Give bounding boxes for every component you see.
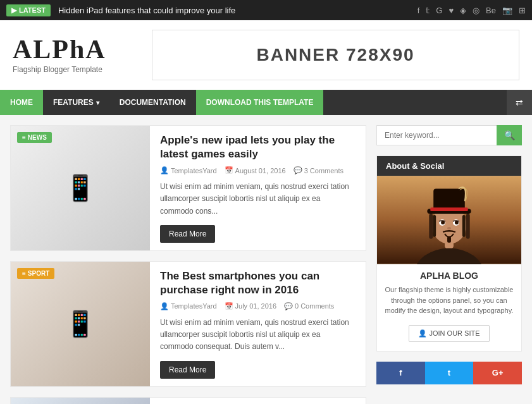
category-label: SPORT (28, 270, 49, 277)
random-icon: ⇄ (516, 97, 523, 107)
comment-icon: 💬 (284, 302, 293, 310)
logo-area: ALPhA Flagship Blogger Template (13, 36, 139, 74)
articles-column: 📱 ≡ NEWS Apple's new ipad lets you play … (10, 125, 366, 404)
article-date: 📅 July 01, 2016 (225, 302, 276, 310)
article-thumbnail: 📱 ≡ NEWS (11, 126, 150, 250)
svg-rect-8 (429, 214, 433, 239)
facebook-icon[interactable]: f (418, 6, 420, 15)
article-thumbnail: 📺 ≡ VIDEO (11, 398, 150, 405)
article-card: 📺 ≡ VIDEO VLC Player hits Apple TV so yo… (10, 397, 366, 405)
features-arrow: ▾ (96, 99, 99, 106)
join-button[interactable]: 👤 JOIN OUR SITE (409, 325, 489, 342)
article-comments: 💬 0 Comments (284, 302, 334, 310)
author-icon: 👤 (160, 166, 169, 174)
svg-rect-11 (462, 215, 466, 237)
date-icon: 📅 (225, 166, 233, 174)
svg-rect-17 (447, 236, 451, 243)
avatar-image (377, 176, 521, 264)
latest-badge: ▶ LATEST (6, 4, 51, 16)
svg-rect-10 (466, 214, 470, 239)
nav-home[interactable]: HOME (0, 90, 43, 115)
article-title[interactable]: Apple's new ipad lets you play the lates… (160, 133, 356, 161)
article-image: 📺 (11, 398, 150, 405)
article-meta: 👤 TemplatesYard 📅 August 01, 2016 💬 3 Co… (160, 166, 356, 174)
twitter-share-button[interactable]: t (425, 362, 474, 384)
google-plus-share-button[interactable]: G+ (473, 362, 522, 384)
banner-text: BANNER 728X90 (256, 45, 414, 65)
top-bar: ▶ LATEST Hidden iPad features that could… (0, 0, 532, 20)
facebook-share-button[interactable]: f (376, 362, 425, 384)
article-body: VLC Player hits Apple TV so you can play… (150, 398, 366, 405)
top-bar-social-icons: f 𝕥 G ♥ ◈ ◎ Be 📷 ⊞ (418, 6, 526, 15)
article-excerpt: Ut wisi enim ad minim veniam, quis nostr… (160, 317, 356, 353)
article-image: 📱 (11, 262, 150, 386)
site-subtitle: Flagship Blogger Template (13, 65, 139, 74)
comment-icon: 💬 (294, 166, 302, 174)
category-badge[interactable]: ≡ NEWS (17, 132, 52, 143)
google-plus-icon: G+ (492, 368, 504, 377)
twitter-icon[interactable]: 𝕥 (426, 6, 430, 15)
heart-icon[interactable]: ◈ (460, 6, 466, 15)
search-box: 🔍 (376, 125, 522, 145)
main-content: 📱 ≡ NEWS Apple's new ipad lets you play … (0, 115, 532, 404)
article-author: 👤 TemplatesYard (160, 166, 217, 174)
article-thumbnail: 📱 ≡ SPORT (11, 262, 150, 386)
site-header: ALPhA Flagship Blogger Template BANNER 7… (0, 20, 532, 90)
category-icon: ≡ (22, 270, 26, 277)
search-input[interactable] (376, 125, 497, 145)
author-icon: 👤 (160, 302, 169, 310)
rss-icon[interactable]: ◎ (473, 6, 479, 15)
social-share-buttons: f t G+ (376, 362, 522, 384)
date-icon: 📅 (225, 302, 233, 310)
nav-features[interactable]: FEATURES ▾ (43, 90, 109, 115)
top-bar-headline: Hidden iPad features that could improve … (58, 6, 418, 15)
join-icon: 👤 (418, 329, 427, 337)
article-comments: 💬 3 Comments (294, 166, 343, 174)
article-body: The Best smartphones you can purchase ri… (150, 262, 366, 386)
sidebar: 🔍 About & Social (376, 125, 522, 404)
latest-icon: ▶ (11, 6, 16, 15)
banner-ad: BANNER 728X90 (152, 30, 519, 80)
latest-label: LATEST (19, 6, 46, 14)
article-date: 📅 August 01, 2016 (225, 166, 286, 174)
about-social-title: About & Social (377, 156, 521, 176)
behance-icon[interactable]: Be (486, 6, 496, 15)
nav-download[interactable]: DOWNLOAD THIS TEMPLATE (196, 90, 324, 115)
article-card: 📱 ≡ SPORT The Best smartphones you can p… (10, 261, 366, 387)
pinterest-icon[interactable]: ♥ (448, 6, 454, 15)
article-body: Apple's new ipad lets you play the lates… (150, 126, 366, 250)
nav-documentation[interactable]: DOCUMENTATION (109, 90, 196, 115)
site-logo[interactable]: ALPhA (13, 36, 139, 63)
google-plus-icon[interactable]: G (436, 6, 442, 15)
article-excerpt: Ut wisi enim ad minim veniam, quis nostr… (160, 181, 356, 217)
article-image: 📱 (11, 126, 150, 250)
read-more-button[interactable]: Read More (160, 361, 215, 379)
article-meta: 👤 TemplatesYard 📅 July 01, 2016 💬 0 Comm… (160, 302, 356, 310)
blog-description: Our flagship theme is highly customizabl… (377, 285, 521, 322)
search-icon: 🔍 (504, 130, 515, 140)
search-button[interactable]: 🔍 (497, 125, 522, 145)
category-badge[interactable]: ≡ SPORT (17, 268, 54, 279)
article-author: 👤 TemplatesYard (160, 302, 217, 310)
article-card: 📱 ≡ NEWS Apple's new ipad lets you play … (10, 125, 366, 251)
svg-point-16 (447, 227, 451, 230)
avatar-svg (377, 176, 521, 264)
twitter-icon: t (448, 368, 450, 377)
about-social-widget: About & Social (376, 156, 522, 352)
blog-name: APLHA BLOG (377, 264, 521, 285)
svg-rect-7 (430, 207, 467, 211)
instagram-icon[interactable]: 📷 (502, 6, 512, 15)
navigation-bar: HOME FEATURES ▾ DOCUMENTATION DOWNLOAD T… (0, 90, 532, 115)
read-more-button[interactable]: Read More (160, 225, 215, 243)
random-button[interactable]: ⇄ (507, 90, 532, 115)
category-icon: ≡ (22, 134, 26, 141)
article-title[interactable]: The Best smartphones you can purchase ri… (160, 269, 356, 297)
facebook-icon: f (399, 368, 402, 377)
category-label: NEWS (28, 134, 47, 141)
grid-icon[interactable]: ⊞ (519, 6, 526, 15)
join-label: JOIN OUR SITE (430, 329, 480, 337)
svg-rect-9 (433, 215, 436, 237)
